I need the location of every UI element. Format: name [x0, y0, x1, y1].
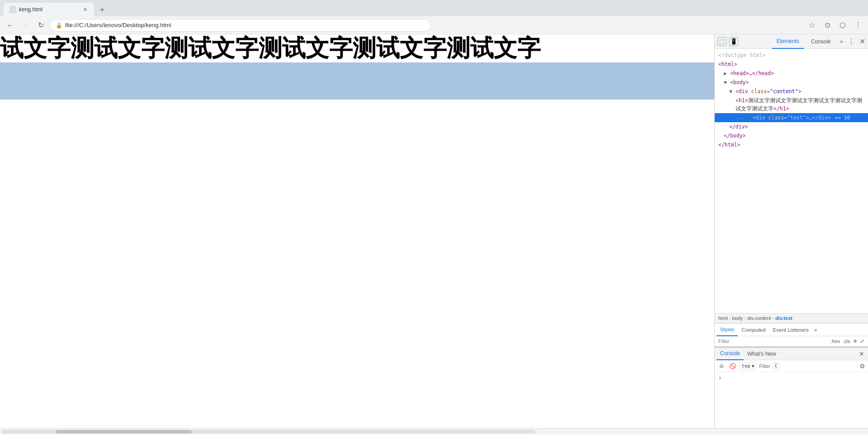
- dom-html-open[interactable]: <html>: [715, 60, 868, 69]
- console-panel: Console What's New ✕ ⊘ 🚫 top ▼ Filter С …: [715, 347, 868, 428]
- filter-console-button[interactable]: 🚫: [728, 362, 736, 370]
- devtools-console-tab[interactable]: Console: [807, 34, 835, 49]
- cls-button[interactable]: .cls: [843, 338, 850, 344]
- inspect-element-button[interactable]: ⬚: [717, 37, 726, 46]
- dom-div-content-line[interactable]: ▼ <div class="content">: [715, 87, 868, 96]
- dom-h1-line[interactable]: <h1>测试文字测试文字测试文字测试文字测试文字测试文字测试文字</h1>: [715, 96, 868, 113]
- profile-button[interactable]: ⊙: [821, 19, 834, 32]
- elements-panel: <!doctype html> <html> ▶ <head>…</head> …: [715, 49, 868, 313]
- styles-more-tabs[interactable]: »: [812, 327, 819, 333]
- computed-tab[interactable]: Computed: [738, 324, 769, 336]
- menu-button[interactable]: ⋮: [852, 19, 864, 32]
- main-area: 试文字测试文字测试文字测试文字测试文字测试文字 ⬚ 📱 Elements Con…: [0, 34, 868, 428]
- clear-console-button[interactable]: ⊘: [717, 362, 726, 370]
- add-style-button[interactable]: +: [853, 338, 857, 345]
- console-context-select[interactable]: top ▼: [739, 362, 756, 370]
- webpage-viewport: 试文字测试文字测试文字测试文字测试文字测试文字: [0, 34, 714, 428]
- dom-body-close-line[interactable]: </body>: [715, 131, 868, 140]
- back-button[interactable]: ←: [4, 19, 16, 32]
- dom-div-close-line[interactable]: </div>: [715, 122, 868, 131]
- breadcrumb-div-content[interactable]: div.content: [747, 315, 771, 321]
- devtools-panel: ⬚ 📱 Elements Console » ⋮ ✕ <!doctype htm…: [714, 34, 868, 428]
- tab-close-icon[interactable]: ✕: [81, 6, 89, 13]
- breadcrumb-html[interactable]: html: [718, 315, 728, 321]
- console-body: ›: [715, 372, 868, 428]
- breadcrumb-div-text[interactable]: div.text: [775, 315, 793, 321]
- console-level-btn[interactable]: С: [773, 362, 780, 369]
- address-bar[interactable]: 🔒 file:///C:/Users/lenovo/Desktop/keng.h…: [50, 19, 431, 32]
- breadcrumb-sep-1: ›: [729, 315, 731, 321]
- dom-head-line[interactable]: ▶ <head>…</head>: [715, 69, 868, 78]
- devtools-overflow-menu[interactable]: ⋮: [848, 37, 855, 46]
- expand-button[interactable]: ⤢: [860, 338, 864, 344]
- bottom-scrollbar: [0, 428, 868, 434]
- scrollbar-thumb[interactable]: [56, 430, 192, 434]
- console-settings-button[interactable]: ⚙: [859, 362, 865, 370]
- dom-body-line[interactable]: ▼ <body>: [715, 78, 868, 87]
- devtools-close-button[interactable]: ✕: [859, 37, 865, 46]
- styles-section: Styles Computed Event Listeners » :hov .…: [715, 323, 868, 347]
- tab-title: keng.html: [19, 6, 79, 13]
- dom-doctype-line: <!doctype html>: [715, 51, 868, 60]
- filter-input[interactable]: [718, 338, 828, 344]
- page-heading: 试文字测试文字测试文字测试文字测试文字测试文字: [0, 34, 714, 62]
- breadcrumb-sep-2: ›: [744, 315, 746, 321]
- console-panel-header: Console What's New ✕: [715, 348, 868, 360]
- styles-tab[interactable]: Styles: [717, 324, 738, 336]
- new-tab-btn[interactable]: +: [96, 4, 108, 16]
- console-context-label: top: [741, 363, 750, 369]
- breadcrumb-sep-3: ›: [772, 315, 774, 321]
- dom-html-close-line[interactable]: </html>: [715, 140, 868, 149]
- console-context-arrow: ▼: [752, 364, 754, 368]
- browser-chrome: keng.html ✕ + ← → ↻ 🔒 file:///C:/Users/l…: [0, 0, 868, 34]
- bookmark-button[interactable]: ☆: [806, 19, 818, 32]
- dom-div-text-line[interactable]: ... ▶ <div class="text">…</div> == $0: [715, 113, 868, 122]
- styles-tabs-row: Styles Computed Event Listeners »: [715, 324, 868, 336]
- console-tab-active[interactable]: Console: [717, 348, 744, 360]
- forward-button[interactable]: →: [19, 19, 32, 32]
- extension-button[interactable]: ⬡: [836, 19, 849, 32]
- styles-filter-row: :hov .cls + ⤢: [715, 336, 868, 347]
- doctype-text: <!doctype html>: [718, 52, 765, 58]
- address-lock-icon: 🔒: [56, 22, 62, 29]
- address-bar-row: ← → ↻ 🔒 file:///C:/Users/lenovo/Desktop/…: [0, 16, 868, 34]
- console-toolbar: ⊘ 🚫 top ▼ Filter С ⚙: [715, 360, 868, 372]
- devtools-top-toolbar: ⬚ 📱 Elements Console » ⋮ ✕: [715, 34, 868, 49]
- breadcrumb-body[interactable]: body: [732, 315, 743, 321]
- tab-bar: keng.html ✕ +: [0, 0, 868, 16]
- console-close-button[interactable]: ✕: [857, 350, 866, 357]
- scrollbar-track: [2, 430, 535, 434]
- devtools-more-tabs[interactable]: »: [838, 38, 845, 45]
- active-tab[interactable]: keng.html ✕: [4, 3, 94, 16]
- page-blue-div: [0, 62, 714, 100]
- console-prompt-icon: ›: [718, 375, 722, 381]
- whats-new-tab[interactable]: What's New: [744, 348, 780, 360]
- device-toggle-button[interactable]: 📱: [729, 37, 738, 46]
- hov-button[interactable]: :hov: [830, 338, 840, 344]
- devtools-elements-tab[interactable]: Elements: [772, 34, 804, 49]
- breadcrumb-bar: html › body › div.content › div.text: [715, 313, 868, 323]
- address-url: file:///C:/Users/lenovo/Desktop/keng.htm…: [65, 22, 171, 29]
- event-listeners-tab[interactable]: Event Listeners: [769, 324, 812, 336]
- reload-button[interactable]: ↻: [34, 19, 47, 32]
- console-filter-label: Filter: [759, 363, 770, 369]
- tab-favicon: [9, 6, 16, 13]
